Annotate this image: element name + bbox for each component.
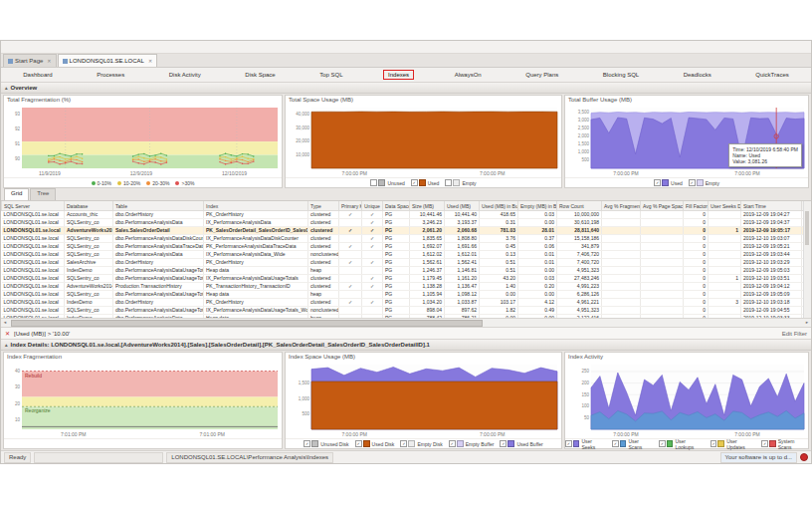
legend-checkbox[interactable]: ✓: [761, 440, 768, 447]
index-table[interactable]: SQL ServerDatabaseTableIndexTypePrimary …: [1, 201, 811, 318]
column-header-data-space-type[interactable]: Data Space Type: [383, 201, 410, 211]
clear-filter-icon[interactable]: ✕: [5, 330, 10, 337]
column-header-empty-mb-in-buffer[interactable]: Empty (MB) in Buffer: [518, 201, 557, 211]
tab-londonsql01-se-local[interactable]: LONDONSQL01.SE.LOCAL✕: [58, 54, 158, 67]
overview-section-header[interactable]: ▴ Overview: [1, 83, 811, 94]
nav-tab-query-plans[interactable]: Query Plans: [521, 71, 562, 79]
column-header-avg-fragmented[interactable]: Avg % Fragmented: [602, 201, 641, 211]
table-row[interactable]: LONDONSQL01.se.localSQLSentry_codbo.Perf…: [2, 219, 812, 227]
table-row[interactable]: LONDONSQL01.se.localSQLSentry_codbo.Perf…: [2, 243, 812, 251]
nav-tab-alwayson[interactable]: AlwaysOn: [451, 71, 486, 79]
collapse-icon[interactable]: ▴: [5, 342, 8, 348]
column-header-type[interactable]: Type: [308, 201, 339, 211]
column-header-database[interactable]: Database: [65, 201, 113, 211]
collapse-icon[interactable]: ▴: [5, 85, 8, 91]
nav-tab-processes[interactable]: Processes: [93, 71, 128, 79]
software-update-notice[interactable]: Your software is up to d...: [720, 452, 797, 463]
index-activity-legend[interactable]: ✓User Seeks✓User Scans✓User Lookups✓User…: [565, 438, 808, 448]
column-header-index[interactable]: Index: [204, 201, 308, 211]
nav-tab-quicktraces[interactable]: QuickTraces: [751, 71, 792, 79]
legend-checkbox[interactable]: ✓: [355, 440, 362, 447]
legend-system-scans[interactable]: ✓System Scans: [761, 438, 808, 450]
nav-tab-disk-activity[interactable]: Disk Activity: [165, 71, 205, 79]
legend-checkbox[interactable]: ✓: [659, 440, 666, 447]
nav-tab-top-sql[interactable]: Top SQL: [315, 71, 346, 79]
scrollbar-thumb[interactable]: [11, 320, 483, 327]
legend-user-seeks[interactable]: ✓User Seeks: [565, 438, 606, 450]
legend-unused[interactable]: Unused: [370, 179, 404, 186]
total-space-usage-chart[interactable]: 40,00030,00020,00010,000: [286, 105, 561, 170]
legend-used-disk[interactable]: ✓Used Disk: [355, 440, 395, 447]
legend-0-10[interactable]: 0-10%: [92, 180, 111, 186]
space-usage-legend[interactable]: Unused✓UsedEmpty: [286, 177, 561, 187]
fragmentation-legend[interactable]: 0-10%10-20%20-30%>30%: [4, 177, 282, 187]
legend-30[interactable]: >30%: [175, 180, 194, 186]
column-header-row-count[interactable]: Row Count: [557, 201, 602, 211]
column-header-avg-page-space-used[interactable]: Avg % Page Space Used: [641, 201, 684, 211]
index-grid[interactable]: SQL ServerDatabaseTableIndexTypePrimary …: [1, 201, 811, 318]
legend-used[interactable]: ✓Used: [411, 179, 440, 186]
legend-10-20[interactable]: 10-20%: [117, 180, 140, 186]
index-fragmentation-chart[interactable]: 40302010RebuildReorganize: [4, 362, 282, 431]
legend-empty[interactable]: Empty: [445, 179, 476, 186]
table-row[interactable]: LONDONSQL01.se.localSQLSentry_codbo.Perf…: [2, 307, 812, 315]
table-row[interactable]: LONDONSQL01.se.localIndexDemodbo.OrderHi…: [2, 299, 812, 307]
index-space-usage-chart[interactable]: 1,5001,000500: [286, 362, 561, 431]
edit-filter-button[interactable]: Edit Filter: [782, 331, 807, 337]
column-header-used-mb[interactable]: Used (MB): [445, 201, 480, 211]
scroll-right-arrow[interactable]: ►: [803, 319, 811, 326]
column-header-start-time[interactable]: Start Time: [741, 201, 802, 211]
legend-checkbox[interactable]: ✓: [400, 440, 407, 447]
table-row[interactable]: LONDONSQL01.se.localSalesArchivedbo.Orde…: [2, 259, 812, 267]
index-activity-chart[interactable]: 25020015010050: [565, 362, 808, 431]
table-row[interactable]: LONDONSQL01.se.localSQLSentry_codbo.Perf…: [2, 251, 812, 259]
buffer-usage-legend[interactable]: ✓Used✓Empty: [565, 177, 808, 187]
legend-empty[interactable]: ✓Empty: [689, 179, 719, 186]
grid-tab-tree[interactable]: Tree: [30, 188, 56, 200]
horizontal-scrollbar[interactable]: ◄ ►: [1, 318, 811, 327]
column-header-used-mb-in-buffer[interactable]: Used (MB) in Buffer: [480, 201, 518, 211]
tab-strip[interactable]: Start Page✕LONDONSQL01.SE.LOCAL✕: [1, 54, 811, 68]
column-header-unique[interactable]: Unique: [362, 201, 383, 211]
vertical-scrollbar[interactable]: [803, 201, 811, 318]
table-row[interactable]: LONDONSQL01.se.localSQLSentry_codbo.Perf…: [2, 235, 812, 243]
nav-tab-dashboard[interactable]: Dashboard: [19, 71, 56, 79]
index-details-section-header[interactable]: ▴ Index Details: LONDONSQL01.se.local.[A…: [1, 340, 811, 351]
nav-tab-strip[interactable]: DashboardProcessesDisk ActivityDisk Spac…: [1, 68, 811, 83]
legend-checkbox[interactable]: ✓: [500, 440, 507, 447]
index-space-usage-legend[interactable]: ✓Unused Disk✓Used Disk✓Empty Disk✓Empty …: [286, 438, 561, 448]
filter-expression[interactable]: [Used (MB)] > '10.00': [14, 331, 70, 337]
legend-checkbox[interactable]: ✓: [654, 179, 661, 186]
legend-checkbox[interactable]: [370, 179, 377, 186]
close-icon[interactable]: ✕: [148, 58, 152, 64]
legend-user-lookups[interactable]: ✓User Lookups: [659, 438, 705, 450]
legend-empty-buffer[interactable]: ✓Empty Buffer: [449, 440, 495, 447]
column-header-table[interactable]: Table: [113, 201, 204, 211]
column-header-primary-key[interactable]: Primary Key: [339, 201, 362, 211]
table-row[interactable]: LONDONSQL01.se.localAdventureWorks2014Sa…: [2, 227, 812, 235]
legend-checkbox[interactable]: ✓: [449, 440, 456, 447]
record-indicator-icon[interactable]: [800, 453, 808, 461]
close-icon[interactable]: ✕: [47, 58, 51, 64]
table-row[interactable]: LONDONSQL01.se.localIndexDemodbo.Perform…: [2, 267, 812, 275]
legend-used[interactable]: ✓Used: [654, 179, 683, 186]
column-header-fill-factor[interactable]: Fill Factor: [684, 201, 709, 211]
legend-user-updates[interactable]: ✓User Updates: [710, 438, 755, 450]
nav-tab-blocking-sql[interactable]: Blocking SQL: [599, 71, 643, 79]
column-header-sql-server[interactable]: SQL Server: [2, 201, 65, 211]
legend-checkbox[interactable]: ✓: [612, 440, 619, 447]
scrollbar-thumb[interactable]: [805, 211, 809, 245]
legend-used-buffer[interactable]: ✓Used Buffer: [500, 440, 542, 447]
table-row[interactable]: LONDONSQL01.se.localAccounts_thicdbo.Ord…: [2, 211, 812, 219]
scroll-left-arrow[interactable]: ◄: [1, 319, 9, 326]
nav-tab-indexes[interactable]: Indexes: [383, 70, 414, 80]
grid-tab-grid[interactable]: Grid: [4, 188, 29, 200]
legend-20-30[interactable]: 20-30%: [146, 180, 169, 186]
legend-checkbox[interactable]: ✓: [411, 179, 418, 186]
legend-empty-disk[interactable]: ✓Empty Disk: [400, 440, 442, 447]
table-row[interactable]: LONDONSQL01.se.localAdventureWorks2014Pr…: [2, 283, 812, 291]
legend-user-scans[interactable]: ✓User Scans: [612, 438, 653, 450]
legend-checkbox[interactable]: ✓: [565, 440, 572, 447]
nav-tab-disk-space[interactable]: Disk Space: [241, 71, 279, 79]
legend-checkbox[interactable]: ✓: [689, 179, 696, 186]
